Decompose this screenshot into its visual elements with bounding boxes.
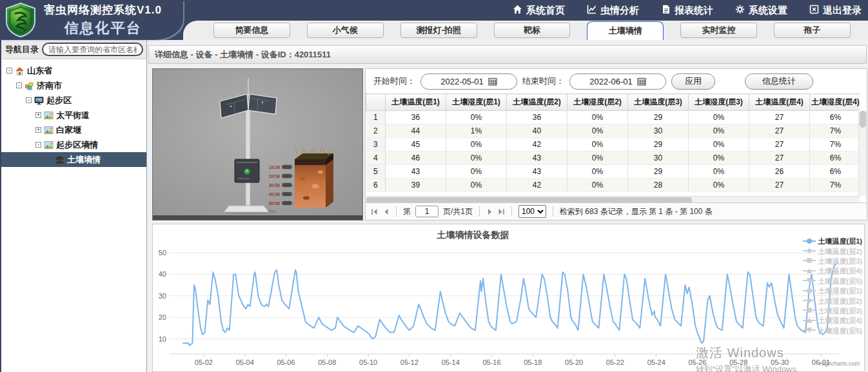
data-cell: 42: [507, 179, 567, 192]
tree-item-qibuqu-shangqing[interactable]: -起步区墒情: [1, 137, 146, 152]
legend-marker-diamond: [803, 297, 816, 306]
data-cell: 30: [628, 124, 689, 138]
end-date-field[interactable]: 2022-06-01: [569, 73, 666, 90]
chart-legend: 土壤温度(层1)土壤温度(层2)土壤温度(层3)土壤温度(层4)土壤温度(层5)…: [803, 237, 862, 336]
y-axis-label: 20: [159, 313, 166, 321]
table-row[interactable]: 4460%430%300%276%: [366, 152, 860, 165]
tab-spore[interactable]: 孢子: [774, 23, 851, 38]
legend-label: 土壤温度(层5): [818, 277, 862, 286]
legend-label: 土壤温度(层2): [818, 247, 862, 257]
data-cell: 0%: [567, 124, 628, 138]
nav-label: 虫情分析: [600, 5, 639, 17]
data-cell: 40: [507, 124, 567, 138]
data-cell: 36: [507, 111, 567, 124]
info-stats-button[interactable]: 信息统计: [745, 73, 813, 90]
table-row[interactable]: 5430%430%290%266%: [366, 165, 860, 179]
legend-item-1[interactable]: 土壤温度(层1): [803, 237, 862, 246]
tab-realtime-monitor[interactable]: 实时监控: [680, 23, 757, 38]
tree-item-soil-device[interactable]: 土壤墒情: [1, 152, 146, 167]
next-page-button[interactable]: [486, 208, 493, 215]
tree-expander-collapse[interactable]: -: [6, 68, 12, 73]
data-cell: 42: [507, 138, 567, 152]
start-date-field[interactable]: 2022-05-01: [420, 73, 517, 90]
vscroll-thumb[interactable]: [860, 111, 866, 128]
tab-lamp-photo[interactable]: 测报灯-拍照: [400, 23, 477, 38]
legend-item-3[interactable]: 土壤温度(层3): [803, 257, 862, 266]
legend-item-10[interactable]: 土壤湿度(层5): [803, 326, 862, 336]
last-page-button[interactable]: [498, 208, 505, 215]
nav-pest-analysis[interactable]: 虫情分析: [587, 5, 639, 17]
data-cell: 28: [628, 179, 689, 192]
data-cell: 29: [628, 165, 689, 179]
tab-soil-moisture[interactable]: 土壤墒情: [587, 21, 664, 40]
tree-item-baijiayan[interactable]: +白家堰: [1, 122, 146, 137]
tree-expander-collapse[interactable]: -: [26, 97, 32, 103]
legend-item-9[interactable]: 土壤湿度(层4): [803, 316, 862, 326]
app-title-line2: 信息化平台: [44, 19, 162, 38]
site-icon: [44, 126, 54, 135]
y-axis-label: 40: [159, 270, 166, 278]
table-row[interactable]: 1360%360%290%276%: [366, 111, 860, 124]
legend-marker-triangle: [803, 267, 816, 276]
soil-line-chart: 102030405005-0205-0405-0605-0805-1005-12…: [153, 224, 864, 371]
legend-item-8[interactable]: 土壤湿度(层3): [803, 306, 862, 316]
tree-expander-expand[interactable]: +: [35, 112, 41, 118]
nav-report-stats[interactable]: 报表统计: [661, 5, 713, 17]
table-vertical-scrollbar[interactable]: [858, 110, 867, 196]
data-cell: 29: [628, 111, 689, 124]
data-cell: 1%: [446, 124, 507, 138]
region-search-input[interactable]: [42, 43, 143, 56]
data-cell: 36: [386, 111, 446, 124]
legend-item-6[interactable]: 土壤湿度(层1): [803, 286, 862, 296]
tree-item-taiping-street[interactable]: +太平街道: [1, 108, 146, 122]
legend-item-2[interactable]: 土壤温度(层2): [803, 246, 862, 256]
tree-item-qibuqu[interactable]: -起步区: [1, 93, 146, 108]
legend-item-7[interactable]: 土壤湿度(层2): [803, 296, 862, 306]
table-row[interactable]: 2441%400%300%277%: [366, 124, 860, 138]
data-cell: 43: [386, 165, 446, 179]
page-size-select[interactable]: 100: [518, 205, 546, 218]
x-axis-label: 05-20: [565, 358, 583, 366]
x-axis-label: 05-06: [277, 358, 295, 366]
page-suffix-label: 页/共1页: [443, 206, 473, 217]
tree-item-jinan[interactable]: -济南市: [1, 78, 146, 93]
x-axis-label: 05-16: [482, 358, 500, 366]
depth-label: 40CM: [269, 192, 280, 197]
tree-expander-collapse[interactable]: -: [16, 83, 22, 88]
legend-item-5[interactable]: 土壤温度(层5): [803, 277, 862, 286]
column-header: 土壤湿度(层4): [810, 94, 860, 111]
end-time-label: 结束时间：: [522, 75, 564, 87]
tree-expander-expand[interactable]: +: [35, 127, 41, 133]
page-number-input[interactable]: [415, 206, 439, 217]
apply-button[interactable]: 应用: [671, 73, 715, 90]
prev-page-button[interactable]: [382, 208, 390, 215]
tree-item-shandong[interactable]: -山东省: [1, 63, 146, 78]
legend-label: 土壤湿度(层3): [818, 306, 862, 316]
nav-home[interactable]: 系统首页: [513, 5, 565, 17]
first-page-button[interactable]: [371, 208, 378, 215]
legend-label: 土壤温度(层3): [818, 257, 862, 266]
tab-brief-info[interactable]: 简要信息: [213, 23, 290, 38]
sidebar: 导航目录 -山东省-济南市-起步区+太平街道+白家堰-起步区墒情土壤墒情: [0, 40, 147, 372]
legend-marker-square: [803, 306, 816, 315]
column-header: 土壤温度(层4): [749, 94, 810, 111]
start-time-label: 开始时间：: [373, 75, 415, 87]
tab-microclimate[interactable]: 小气候: [307, 23, 384, 38]
start-date-value: 2022-05-01: [440, 77, 484, 86]
data-cell: 44: [386, 124, 446, 138]
legend-label: 土壤湿度(层2): [818, 297, 862, 306]
table-row[interactable]: 6390%420%280%277%: [366, 179, 860, 192]
screen: 害虫网络测控系统V1.0 信息化平台 系统首页虫情分析报表统计系统设置退出登录 …: [0, 0, 868, 372]
nav-logout[interactable]: 退出登录: [809, 5, 862, 17]
tree-expander-collapse[interactable]: -: [35, 142, 41, 148]
device-photo: 10CM20CM30CM40CM50CM: [153, 69, 362, 220]
chart-panel: 土壤墒情设备数据 102030405005-0205-0405-0605-080…: [152, 224, 865, 372]
tree-item-label: 起步区墒情: [56, 139, 98, 151]
x-axis-label: 05-30: [771, 358, 789, 366]
tab-target[interactable]: 靶标: [494, 23, 571, 38]
legend-item-4[interactable]: 土壤温度(层4): [803, 266, 862, 276]
row-number-cell: 2: [366, 124, 386, 138]
gear-icon: [735, 5, 745, 16]
nav-settings[interactable]: 系统设置: [735, 5, 787, 17]
table-row[interactable]: 3450%420%290%277%: [366, 138, 860, 152]
